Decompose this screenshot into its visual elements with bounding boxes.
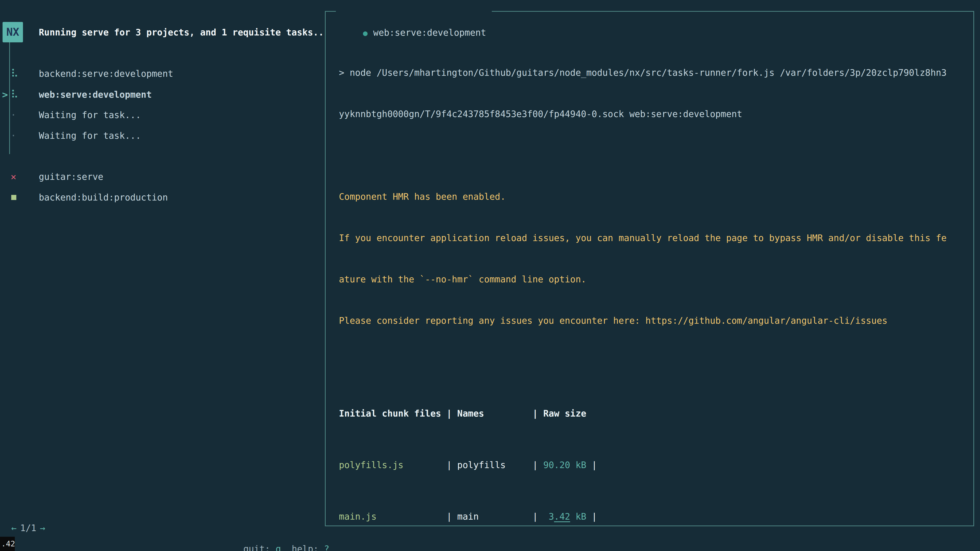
task-sidebar: NX Running serve for 3 projects, and 1 r… bbox=[0, 0, 325, 551]
pager-prev-arrow-icon[interactable]: ← bbox=[11, 523, 17, 533]
hmr-line-3: ature with the `--no-hmr` command line o… bbox=[339, 269, 974, 290]
terminal-command-line-2: yyknnbtgh0000gn/T/9f4c243785f8453e3f00/f… bbox=[339, 103, 974, 124]
task-label: guitar:serve bbox=[39, 166, 103, 187]
task-row-waiting-1[interactable]: · Waiting for task... bbox=[0, 105, 321, 125]
spinner-icon: ⠧ bbox=[11, 84, 19, 105]
blank-line bbox=[339, 351, 974, 372]
chunk-table-row: polyfills.js| polyfills|90.20 kB | bbox=[339, 454, 974, 475]
task-label: web:serve:development bbox=[39, 84, 152, 105]
pager-next-arrow-icon[interactable]: → bbox=[40, 523, 45, 533]
panel-title-label: web:serve:development bbox=[373, 27, 486, 38]
blank-line bbox=[339, 145, 974, 166]
corner-overlay: .42 bbox=[0, 537, 15, 551]
chunk-table-header: Initial chunk files| Names|Raw size bbox=[339, 403, 974, 424]
pager: ←1/1→ bbox=[11, 518, 49, 538]
waiting-dot-icon: · bbox=[11, 125, 16, 146]
spinner-icon: ⠧ bbox=[11, 63, 19, 84]
task-output-panel: ●web:serve:development > node /Users/mha… bbox=[325, 11, 974, 526]
help-key: ? bbox=[324, 544, 329, 551]
hmr-line-4: Please consider reporting any issues you… bbox=[339, 310, 974, 331]
task-row-guitar-serve[interactable]: ✕ guitar:serve bbox=[0, 166, 321, 187]
task-row-backend-build[interactable]: backend:build:production bbox=[0, 187, 321, 208]
task-label: Waiting for task... bbox=[39, 105, 141, 125]
chunk-table-row: main.js| main|3.42 kB | bbox=[339, 506, 974, 527]
task-row-waiting-2[interactable]: · Waiting for task... bbox=[0, 125, 321, 146]
task-label: Waiting for task... bbox=[39, 125, 141, 146]
hmr-line-1: Component HMR has been enabled. bbox=[339, 186, 974, 207]
hint-gap bbox=[281, 544, 292, 551]
quit-hint-label: quit: bbox=[243, 544, 275, 551]
pager-label: 1/1 bbox=[20, 523, 36, 533]
success-square-icon bbox=[11, 195, 16, 200]
terminal-output: > node /Users/mhartington/Github/guitars… bbox=[339, 42, 974, 551]
terminal-command-line-1: > node /Users/mhartington/Github/guitars… bbox=[339, 62, 974, 83]
hmr-line-2: If you encounter application reload issu… bbox=[339, 227, 974, 248]
help-hint-label: help: bbox=[292, 544, 324, 551]
task-label: backend:serve:development bbox=[39, 63, 173, 84]
task-label: backend:build:production bbox=[39, 187, 168, 208]
status-dot-icon: ● bbox=[363, 29, 368, 38]
panel-title: ●web:serve:development bbox=[336, 1, 492, 22]
nx-logo: NX bbox=[3, 22, 23, 42]
selected-caret-icon: > bbox=[2, 84, 8, 105]
run-summary-heading: Running serve for 3 projects, and 1 requ… bbox=[39, 22, 324, 43]
task-row-web-serve[interactable]: > ⠧ web:serve:development bbox=[0, 84, 321, 105]
failed-cross-icon: ✕ bbox=[11, 166, 16, 187]
waiting-dot-icon: · bbox=[11, 105, 16, 125]
task-row-backend-serve[interactable]: ⠧ backend:serve:development bbox=[0, 63, 321, 84]
quit-key: q bbox=[275, 544, 281, 551]
hotkey-hints: quit: q help: ? bbox=[222, 518, 329, 538]
